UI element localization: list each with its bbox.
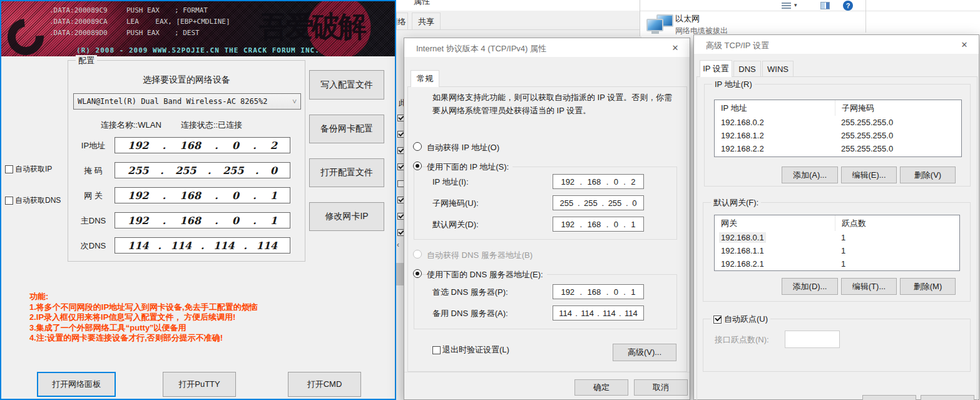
columns-view-icon[interactable] xyxy=(820,2,830,9)
auto-dns-radio-label: 自动获得 DNS 服务器地址(B) xyxy=(427,250,533,261)
mask-field-row: 掩 码 255.255.255.0 xyxy=(68,162,305,178)
add-gateway-button[interactable]: 添加(D)... xyxy=(782,278,838,295)
manual-dns-radio-label[interactable]: 使用下面的 DNS 服务器地址(E): xyxy=(427,269,547,280)
interface-metric-input[interactable] xyxy=(785,331,840,348)
table-row[interactable]: 192.168.2.1 1 xyxy=(715,257,959,270)
tab-dns[interactable]: DNS xyxy=(733,61,761,77)
octet: 255 xyxy=(175,165,196,177)
auto-metric-label: 自动跃点(U) xyxy=(724,314,768,325)
octet: 114 xyxy=(128,240,148,252)
scroll-left-icon[interactable]: ‹ xyxy=(397,240,399,249)
tab-general[interactable]: 常规 xyxy=(411,70,439,87)
asm-line: .DATA:200089C9PUSH EAX; FORMAT xyxy=(49,5,208,16)
advanced-button[interactable]: 高级(V)... xyxy=(613,344,676,361)
subnet-mask-field[interactable]: 255.255.255.0 xyxy=(553,195,644,210)
table-row-selected[interactable]: 192.168.0.1 1 xyxy=(715,231,959,244)
subnet-mask-input[interactable]: 255.255.255.0 xyxy=(115,162,290,178)
ip-addresses-table[interactable]: IP 地址 子网掩码 192.168.0.2 255.255.255.0 192… xyxy=(714,100,962,157)
modify-nic-ip-button[interactable]: 修改网卡IP xyxy=(309,202,384,231)
col-gateway[interactable]: 网关 xyxy=(715,218,835,229)
default-gateway-field[interactable]: 192.168.0.1 xyxy=(553,217,644,232)
table-header[interactable]: IP 地址 子网掩码 xyxy=(715,100,961,116)
ip-address-field[interactable]: 192.168.0.2 xyxy=(553,174,644,189)
backup-nic-button[interactable]: 备份网卡配置 xyxy=(309,115,384,143)
auto-dns-checkbox-row[interactable]: 自动获取DNS xyxy=(5,195,61,206)
tab-wins[interactable]: WINS xyxy=(762,61,794,77)
window-edge-line xyxy=(865,0,866,33)
dialog-titlebar[interactable]: 高级 TCP/IP 设置 ✕ xyxy=(694,35,979,54)
manual-ip-radio-label[interactable]: 使用下面的 IP 地址(S): xyxy=(427,162,513,173)
tab-network[interactable]: 网络 xyxy=(396,13,408,30)
note-line: 3.集成了一个外部网络工具“putty”以便备用 xyxy=(29,323,258,334)
secondary-dns-row: 次DNS 114.114.114.114 xyxy=(68,237,305,254)
close-icon[interactable]: ✕ xyxy=(661,39,689,56)
help-icon[interactable]: ? xyxy=(843,1,853,11)
auto-metric-checkbox[interactable] xyxy=(713,315,722,324)
connection-name: 连接名称::WLAN xyxy=(101,120,161,131)
ip-address-label: IP 地址(I): xyxy=(432,177,469,188)
open-cmd-button[interactable]: 打开CMD xyxy=(288,372,361,397)
edit-gateway-button[interactable]: 编辑(T)... xyxy=(841,278,897,295)
network-device-value: WLAN@Intel(R) Dual Band Wireless-AC 8265… xyxy=(78,97,292,106)
chevron-down-icon[interactable]: ˅ xyxy=(292,97,297,106)
cancel-button[interactable]: 取消 xyxy=(634,379,688,396)
ip-address-input[interactable]: 192.168.0.2 xyxy=(115,137,290,153)
validate-settings-checkbox[interactable] xyxy=(432,346,441,354)
auto-ip-checkbox[interactable] xyxy=(5,165,13,173)
auto-dns-checkbox[interactable] xyxy=(5,197,13,205)
auto-ip-label: 自动获取IP xyxy=(15,164,52,175)
table-row[interactable]: 192.168.1.1 1 xyxy=(715,244,959,257)
col-ip-address[interactable]: IP 地址 xyxy=(715,103,835,114)
table-row[interactable]: 192.168.0.2 255.255.255.0 xyxy=(715,116,961,129)
table-header[interactable]: 网关 跃点数 xyxy=(715,215,959,231)
note-line: 功能: xyxy=(29,292,258,302)
open-config-button[interactable]: 打开配置文件 xyxy=(309,158,384,187)
col-metric[interactable]: 跃点数 xyxy=(835,215,959,231)
octet: 0 xyxy=(232,215,239,227)
manual-ip-radio[interactable] xyxy=(413,162,422,170)
gateway-input[interactable]: 192.168.0.1 xyxy=(115,187,290,203)
tab-ip-settings[interactable]: IP 设置 xyxy=(700,60,732,77)
tab-sharing[interactable]: 共享 xyxy=(412,13,441,30)
dropdown-arrow-icon[interactable]: ▾ xyxy=(794,2,797,8)
add-ip-button[interactable]: 添加(A)... xyxy=(782,167,838,183)
primary-dns-input[interactable]: 192.168.0.1 xyxy=(115,212,290,228)
network-device-combobox[interactable]: WLAN@Intel(R) Dual Band Wireless-AC 8265… xyxy=(73,93,301,110)
validate-settings-checkbox-row[interactable]: 退出时验证设置(L) xyxy=(432,344,509,356)
cancel-button-partial[interactable] xyxy=(921,395,974,400)
auto-ip-radio-label[interactable]: 自动获得 IP 地址(O) xyxy=(427,142,499,153)
primary-dns-label: 主DNS xyxy=(73,215,113,227)
preferred-dns-label: 首选 DNS 服务器(P): xyxy=(432,287,508,298)
config-group-title: 配置 xyxy=(76,55,97,66)
adapter-name[interactable]: 以太网 xyxy=(675,13,700,24)
preferred-dns-field[interactable]: 192.168.0.1 xyxy=(553,284,644,299)
ethernet-adapter-icon[interactable] xyxy=(646,14,676,34)
auto-metric-legend[interactable]: 自动跃点(U) xyxy=(711,314,770,325)
open-putty-button[interactable]: 打开PuTTY xyxy=(163,372,236,397)
gateways-table[interactable]: 网关 跃点数 192.168.0.1 1 192.168.1.1 1 192.1… xyxy=(714,215,960,271)
banner-asm-text: .DATA:200089C9PUSH EAX; FORMAT .DATA:200… xyxy=(49,5,208,39)
auto-ip-checkbox-row[interactable]: 自动获取IP xyxy=(5,164,52,175)
view-options-icon[interactable] xyxy=(782,3,791,9)
ok-button[interactable]: 确定 xyxy=(574,379,628,396)
secondary-dns-input[interactable]: 114.114.114.114 xyxy=(115,237,290,254)
ok-button-partial[interactable] xyxy=(862,395,916,400)
validate-settings-label: 退出时验证设置(L) xyxy=(442,344,509,356)
edit-ip-button[interactable]: 编辑(E)... xyxy=(841,167,897,183)
dialog-titlebar[interactable]: Internet 协议版本 4 (TCP/IPv4) 属性 ✕ xyxy=(404,38,690,57)
manual-dns-radio[interactable] xyxy=(413,269,422,278)
octet: 114 xyxy=(257,240,277,252)
col-subnet-mask[interactable]: 子网掩码 xyxy=(835,100,961,116)
table-row[interactable]: 192.168.2.2 255.255.255.0 xyxy=(715,142,961,155)
octet: 0 xyxy=(232,190,239,202)
open-network-panel-button[interactable]: 打开网络面板 xyxy=(37,372,116,397)
alternate-dns-field[interactable]: 114.114.114.114 xyxy=(553,305,644,321)
auto-ip-radio[interactable] xyxy=(413,142,422,151)
write-config-button[interactable]: 写入配置文件 xyxy=(309,70,384,100)
remove-ip-button[interactable]: 删除(V) xyxy=(900,167,956,183)
close-icon[interactable]: ✕ xyxy=(951,36,978,53)
remove-gateway-button[interactable]: 删除(M) xyxy=(900,278,956,295)
octet: 0 xyxy=(270,165,277,177)
octet: 255 xyxy=(128,165,148,177)
table-row[interactable]: 192.168.1.2 255.255.255.0 xyxy=(715,129,961,142)
